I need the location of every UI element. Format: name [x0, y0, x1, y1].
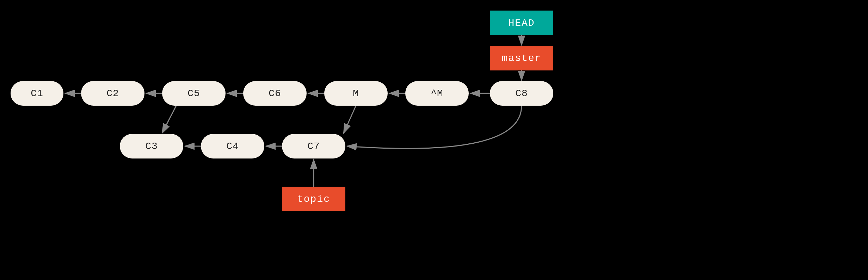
node-c3: C3: [120, 134, 183, 158]
node-c2: C2: [81, 81, 144, 106]
head-label: HEAD: [490, 11, 553, 35]
git-diagram: C1 C2 C5 C6 M ^M C8 C3 C4 C7 HEAD master…: [0, 0, 868, 280]
node-c5: C5: [162, 81, 226, 106]
node-c4: C4: [201, 134, 264, 158]
svg-line-7: [162, 106, 176, 133]
node-c6: C6: [243, 81, 307, 106]
node-c1: C1: [11, 81, 63, 106]
node-m: M: [324, 81, 388, 106]
master-label: master: [490, 46, 553, 70]
node-caret-m: ^M: [405, 81, 469, 106]
svg-line-10: [344, 106, 356, 133]
topic-label: topic: [282, 187, 345, 211]
node-c7: C7: [282, 134, 345, 158]
node-c8: C8: [490, 81, 553, 106]
